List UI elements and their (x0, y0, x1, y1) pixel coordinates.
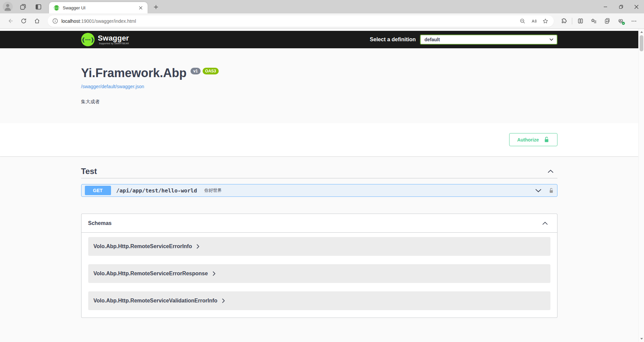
omnibox[interactable]: localhost:19001/swagger/index.html (48, 15, 554, 27)
url-rest: :19001/swagger/index.html (80, 18, 136, 24)
schemas-header[interactable]: Schemas (82, 214, 557, 233)
swagger-topbar: {···} Swagger Supported by SMARTBEAR Sel… (0, 31, 638, 48)
schemas-title: Schemas (88, 220, 112, 226)
unlock-icon (544, 136, 549, 143)
spec-link[interactable]: /swagger/default/swagger.json (81, 84, 144, 89)
scrollbar-thumb[interactable] (640, 35, 643, 51)
api-title: Yi.Framework.Abp (81, 67, 187, 79)
swagger-favicon-icon: {··} (54, 5, 59, 11)
chevron-right-icon (197, 244, 199, 249)
oas3-badge: OAS3 (203, 68, 219, 74)
select-chevron-down-icon (549, 38, 553, 41)
operation-lock-icon[interactable] (549, 188, 554, 193)
svg-text:{··}: {··} (54, 6, 59, 9)
chevron-up-icon (548, 170, 553, 173)
browser-title-bar: {··} Swagger UI (0, 0, 644, 13)
tag-collapse-button[interactable] (544, 167, 557, 175)
tab-close-icon[interactable] (137, 4, 144, 11)
version-badge: v1 (191, 68, 200, 74)
home-button[interactable] (30, 15, 44, 27)
browser-tab[interactable]: {··} Swagger UI (49, 2, 148, 13)
chevron-up-icon (542, 222, 548, 225)
read-aloud-icon[interactable] (528, 16, 540, 26)
collections-icon[interactable] (600, 15, 614, 27)
definition-select[interactable]: default (420, 35, 557, 45)
authorize-label: Authorize (517, 137, 539, 142)
zoom-out-icon[interactable] (517, 16, 528, 26)
chevron-right-icon (222, 298, 225, 303)
site-info-icon[interactable] (52, 18, 58, 24)
tag-section-header[interactable]: Test (81, 167, 557, 178)
favorite-star-icon[interactable] (540, 16, 551, 26)
back-button[interactable] (3, 15, 17, 27)
model-row[interactable]: Volo.Abp.Http.RemoteServiceErrorInfo (88, 237, 550, 256)
scroll-down-button[interactable] (639, 336, 644, 341)
url-text[interactable]: localhost:19001/swagger/index.html (61, 18, 517, 24)
logo-wordmark: Swagger (98, 35, 129, 42)
selected-definition: default (425, 37, 440, 42)
restore-button[interactable] (613, 0, 629, 13)
schemas-section: Schemas Volo.Abp.Http.RemoteServiceError… (81, 214, 557, 318)
model-row[interactable]: Volo.Abp.Http.RemoteServiceValidationErr… (88, 291, 550, 310)
svg-text:{···}: {···} (81, 37, 94, 43)
definition-select-label: Select a definition (370, 37, 416, 43)
swagger-logo-icon: {···} (81, 33, 95, 46)
operation-path: /api/app/test/hello-world (116, 187, 197, 194)
toolbar-separator (572, 18, 572, 24)
minimize-button[interactable] (598, 0, 613, 13)
model-name: Volo.Abp.Http.RemoteServiceValidationErr… (94, 298, 218, 304)
profile-avatar-icon[interactable] (3, 2, 13, 12)
model-name: Volo.Abp.Http.RemoteServiceErrorInfo (94, 243, 192, 249)
page-viewport: {···} Swagger Supported by SMARTBEAR Sel… (0, 29, 644, 342)
browser-essentials-icon[interactable] (614, 15, 627, 27)
tag-name: Test (81, 167, 97, 176)
logo-tagline: Supported by SMARTBEAR (99, 43, 129, 45)
authorize-button[interactable]: Authorize (509, 133, 557, 146)
split-screen-icon[interactable] (574, 15, 587, 27)
model-row[interactable]: Volo.Abp.Http.RemoteServiceErrorResponse (88, 264, 550, 283)
schemas-collapse-button[interactable] (538, 219, 552, 227)
scroll-up-button[interactable] (639, 29, 644, 35)
swagger-logo: {···} Swagger Supported by SMARTBEAR (81, 33, 129, 46)
operation-expand-chevron-down-icon[interactable] (535, 189, 541, 192)
operation-summary: 你好世界 (204, 187, 222, 193)
scheme-container: Authorize (0, 123, 638, 156)
api-info-section: Yi.Framework.Abp v1 OAS3 /swagger/defaul… (0, 48, 638, 123)
workspaces-icon[interactable] (17, 1, 28, 12)
tab-actions-icon[interactable] (33, 1, 44, 12)
method-badge: GET (85, 186, 111, 195)
url-host: localhost (61, 18, 80, 24)
operation-row[interactable]: GET /api/app/test/hello-world 你好世界 (81, 184, 557, 197)
close-window-button[interactable] (629, 0, 644, 13)
tab-title: Swagger UI (63, 5, 137, 10)
favorites-icon[interactable] (587, 15, 600, 27)
extensions-icon[interactable] (557, 15, 571, 27)
settings-menu-icon[interactable] (627, 15, 641, 27)
model-name: Volo.Abp.Http.RemoteServiceErrorResponse (94, 271, 208, 277)
browser-toolbar: localhost:19001/swagger/index.html (0, 13, 644, 29)
page-scrollbar[interactable] (638, 29, 644, 342)
new-tab-button[interactable] (151, 2, 161, 12)
refresh-button[interactable] (17, 15, 30, 27)
chevron-right-icon (213, 271, 215, 276)
api-description: 集大成者 (81, 99, 557, 105)
